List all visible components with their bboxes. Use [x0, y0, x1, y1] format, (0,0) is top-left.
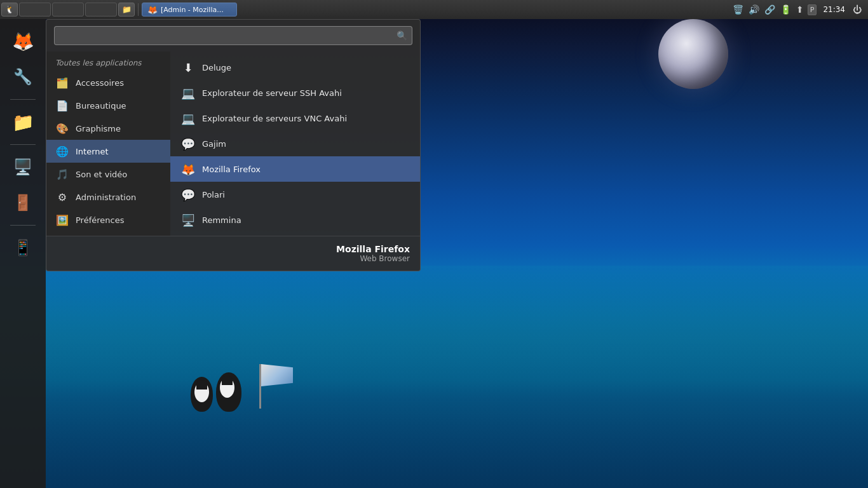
tray-network-icon[interactable]: 🔗 — [763, 3, 776, 16]
tray-trash-icon[interactable]: 🗑️ — [731, 3, 745, 16]
water-decoration — [0, 266, 868, 488]
sidebar-item-exit[interactable]: 🚪 — [7, 187, 39, 219]
category-bureautique-label: Bureautique — [76, 101, 126, 111]
app-polari-label: Polari — [202, 190, 225, 200]
tray-audio-icon[interactable]: 🔊 — [747, 3, 761, 16]
app-mozilla-firefox[interactable]: 🦊 Mozilla Firefox — [170, 156, 420, 182]
sidebar-separator-2 — [10, 144, 36, 145]
sidebar-item-tools[interactable]: 🔧 — [7, 61, 39, 93]
app-vnc-avahi-label: Explorateur de serveurs VNC Avahi — [202, 114, 347, 123]
app-gajim[interactable]: 💬 Gajim — [170, 131, 420, 156]
bureautique-icon: 📄 — [55, 98, 69, 112]
graphisme-icon: 🎨 — [55, 121, 69, 135]
flag — [261, 364, 293, 386]
app-ssh-avahi-label: Explorateur de serveur SSH Avahi — [202, 88, 342, 98]
category-preferences-label: Préférences — [76, 215, 124, 225]
preferences-icon: 🖼️ — [55, 213, 69, 227]
app-menu: 🔍 Toutes les applications 🗂️ Accessoires… — [46, 19, 421, 271]
category-accessoires[interactable]: 🗂️ Accessoires — [46, 71, 170, 94]
taskbar-empty-btn-2[interactable] — [52, 3, 84, 17]
menu-apps-list: ⬇️ Deluge 💻 Explorateur de serveur SSH A… — [170, 51, 420, 236]
penguin-1 — [191, 377, 213, 412]
app-deluge[interactable]: ⬇️ Deluge — [170, 55, 420, 80]
taskbar-window-title: [Admin - Mozilla... — [161, 6, 224, 14]
app-remmina-label: Remmina — [202, 215, 241, 225]
category-administration[interactable]: ⚙️ Administration — [46, 186, 170, 208]
accessoires-icon: 🗂️ — [55, 76, 69, 90]
category-accessoires-label: Accessoires — [76, 78, 124, 88]
category-administration-label: Administration — [76, 193, 136, 202]
moon-decoration — [658, 19, 728, 89]
category-preferences[interactable]: 🖼️ Préférences — [46, 208, 170, 231]
remmina-icon: 🖥️ — [180, 212, 196, 227]
taskbar-right: 🗑️ 🔊 🔗 🔋 ⬆️ P 21:34 ⏻ — [731, 3, 868, 16]
category-graphisme-label: Graphisme — [76, 124, 121, 133]
tray-power-icon[interactable]: ⏻ — [851, 3, 863, 16]
menu-footer: Mozilla Firefox Web Browser — [46, 236, 420, 271]
mozilla-firefox-icon: 🦊 — [180, 161, 196, 177]
menu-search-bar: 🔍 — [46, 20, 420, 51]
menu-search-input[interactable] — [54, 26, 412, 45]
search-wrapper: 🔍 — [54, 26, 412, 45]
category-bureautique[interactable]: 📄 Bureautique — [46, 94, 170, 117]
app-ssh-avahi[interactable]: 💻 Explorateur de serveur SSH Avahi — [170, 80, 420, 105]
taskbar-left: 🐧 📁 🦊 [Admin - Mozilla... — [0, 3, 237, 17]
app-mozilla-firefox-label: Mozilla Firefox — [202, 165, 261, 174]
tray-update-icon[interactable]: ⬆️ — [795, 3, 805, 16]
app-deluge-label: Deluge — [202, 63, 231, 72]
app-gajim-label: Gajim — [202, 139, 226, 149]
penguin-2 — [216, 372, 241, 412]
app-remmina[interactable]: 🖥️ Remmina — [170, 207, 420, 233]
taskbar-clock: 21:34 — [819, 5, 849, 14]
penguins-decoration — [191, 372, 241, 412]
menu-footer-subtitle: Web Browser — [57, 254, 410, 263]
sidebar-separator-1 — [10, 99, 36, 100]
menu-categories: Toutes les applications 🗂️ Accessoires 📄… — [46, 51, 170, 236]
taskbar-folder-btn[interactable]: 📁 — [118, 3, 135, 17]
app-polari[interactable]: 💬 Polari — [170, 182, 420, 207]
menu-footer-title: Mozilla Firefox — [57, 244, 410, 254]
sidebar-separator-3 — [10, 225, 36, 226]
son-video-icon: 🎵 — [55, 167, 69, 181]
sidebar-item-firefox[interactable]: 🦊 — [7, 25, 39, 57]
tray-battery-icon[interactable]: 🔋 — [779, 3, 792, 16]
app-vnc-avahi[interactable]: 💻 Explorateur de serveurs VNC Avahi — [170, 105, 420, 131]
sidebar-item-phone[interactable]: 📱 — [7, 232, 39, 264]
taskbar-separator-1 — [138, 3, 139, 16]
category-internet-label: Internet — [76, 147, 109, 156]
tray-kbd-icon[interactable]: P — [808, 4, 817, 15]
sidebar-item-monitor[interactable]: 🖥️ — [7, 151, 39, 183]
taskbar-empty-btn-3[interactable] — [85, 3, 117, 17]
taskbar-empty-btn-1[interactable] — [19, 3, 51, 17]
desktop: 🐧 📁 🦊 [Admin - Mozilla... 🗑️ 🔊 🔗 🔋 ⬆️ P — [0, 0, 868, 488]
administration-icon: ⚙️ — [55, 190, 69, 204]
deluge-icon: ⬇️ — [180, 60, 196, 75]
category-son-video[interactable]: 🎵 Son et vidéo — [46, 163, 170, 186]
sidebar: 🦊 🔧 📁 🖥️ 🚪 📱 — [0, 19, 46, 488]
taskbar-system-btn[interactable]: 🐧 — [1, 3, 18, 17]
sidebar-item-folder[interactable]: 📁 — [7, 106, 39, 138]
menu-body: Toutes les applications 🗂️ Accessoires 📄… — [46, 51, 420, 236]
all-apps-header: Toutes les applications — [46, 55, 170, 71]
taskbar-window-firefox[interactable]: 🦊 [Admin - Mozilla... — [142, 3, 237, 17]
flag-pole — [259, 364, 261, 409]
vnc-avahi-icon: 💻 — [180, 111, 196, 126]
internet-icon: 🌐 — [55, 144, 69, 158]
category-son-video-label: Son et vidéo — [76, 170, 127, 179]
category-graphisme[interactable]: 🎨 Graphisme — [46, 117, 170, 140]
category-internet[interactable]: 🌐 Internet — [46, 140, 170, 163]
taskbar: 🐧 📁 🦊 [Admin - Mozilla... 🗑️ 🔊 🔗 🔋 ⬆️ P — [0, 0, 868, 19]
gajim-icon: 💬 — [180, 136, 196, 151]
ssh-avahi-icon: 💻 — [180, 85, 196, 100]
polari-icon: 💬 — [180, 187, 196, 202]
